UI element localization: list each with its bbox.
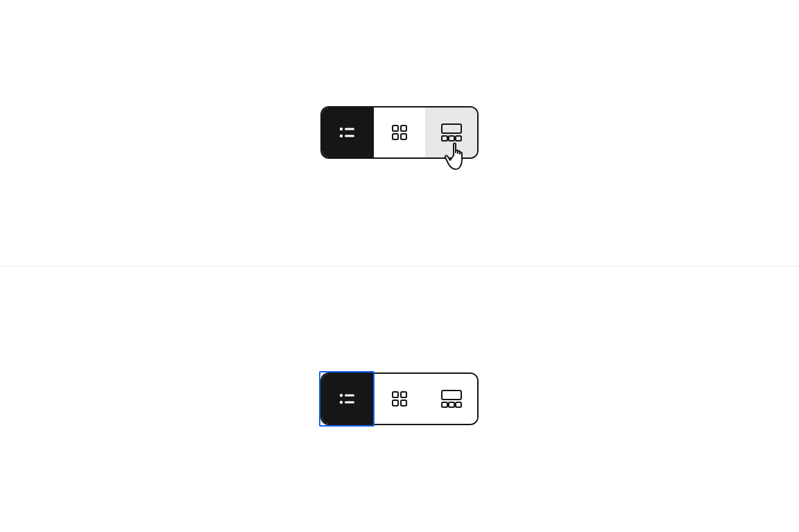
svg-point-12 [340,394,343,397]
svg-rect-19 [401,400,406,406]
svg-rect-3 [345,135,354,137]
svg-rect-11 [456,136,461,141]
svg-rect-16 [393,392,398,397]
example-hover-panel [0,0,799,266]
svg-rect-8 [442,124,461,133]
svg-rect-7 [401,134,406,139]
segment-list-view[interactable] [322,108,374,157]
thumbnails-icon [440,121,463,144]
example-focus-panel [0,266,799,533]
svg-rect-10 [449,136,454,141]
list-bulleted-icon [337,122,358,143]
svg-rect-5 [401,126,406,131]
svg-rect-23 [456,402,461,407]
content-switcher[interactable] [320,372,479,425]
svg-point-14 [340,401,343,404]
svg-rect-1 [345,128,354,130]
segment-list-view[interactable] [322,374,374,424]
svg-rect-18 [393,400,398,406]
list-bulleted-icon [337,388,358,409]
segment-thumbnail-view[interactable] [425,374,477,424]
svg-rect-4 [393,126,398,131]
svg-rect-22 [449,402,454,407]
svg-rect-6 [393,134,398,139]
grid-icon [389,122,410,143]
svg-point-0 [340,128,343,130]
svg-rect-21 [442,402,447,407]
content-switcher[interactable] [320,106,479,159]
svg-rect-15 [345,402,354,404]
thumbnails-icon [440,388,463,410]
svg-rect-20 [442,391,461,400]
grid-icon [389,388,410,409]
svg-point-2 [340,135,343,137]
svg-rect-13 [345,395,354,397]
segment-grid-view[interactable] [374,108,426,157]
segment-thumbnail-view[interactable] [425,108,477,157]
segment-grid-view[interactable] [374,374,426,424]
svg-rect-17 [401,392,406,397]
svg-rect-9 [442,136,447,141]
